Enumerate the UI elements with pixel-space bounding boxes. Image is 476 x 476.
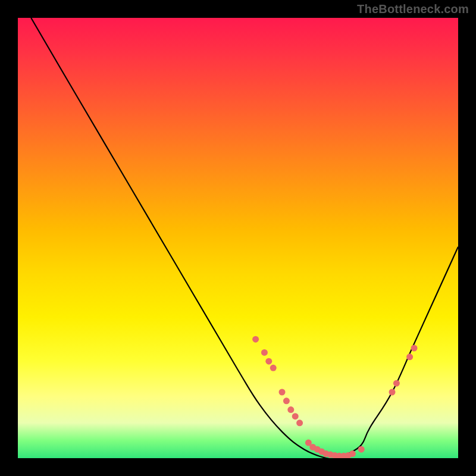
data-point-marker — [393, 380, 400, 387]
curve-svg — [18, 18, 458, 458]
data-point-marker — [296, 419, 303, 426]
data-point-marker — [389, 389, 396, 396]
data-point-marker — [279, 389, 286, 396]
data-point-marker — [283, 397, 290, 404]
data-point-marker — [287, 406, 294, 413]
data-point-marker — [252, 336, 259, 343]
data-point-marker — [261, 349, 268, 356]
data-point-marker — [265, 358, 272, 365]
plot-area — [18, 18, 458, 458]
data-markers — [252, 336, 417, 458]
data-point-marker — [406, 353, 413, 360]
chart-container: TheBottleneck.com — [0, 0, 476, 476]
data-point-marker — [358, 446, 365, 453]
data-point-marker — [411, 345, 418, 352]
data-point-marker — [292, 413, 299, 419]
data-point-marker — [349, 450, 356, 457]
watermark-text: TheBottleneck.com — [357, 2, 469, 16]
data-point-marker — [270, 365, 277, 371]
